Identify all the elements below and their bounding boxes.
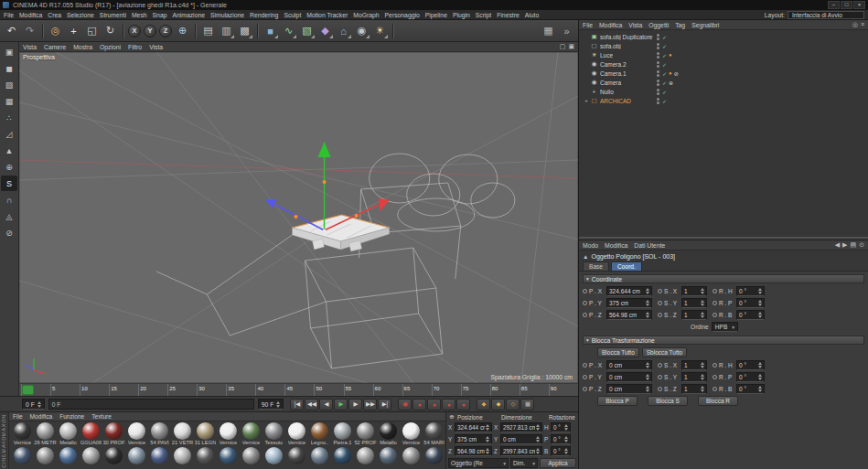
snap-enable-icon[interactable]: ∩: [1, 192, 17, 208]
keyframe-dot[interactable]: [713, 313, 717, 317]
object-manager-tab-vista[interactable]: Vista: [628, 22, 642, 28]
spinner[interactable]: [701, 300, 704, 306]
make-editable-icon[interactable]: ▣: [1, 44, 17, 59]
model-mode-icon[interactable]: ◼: [1, 60, 17, 76]
play-forward-icon[interactable]: ▶: [334, 399, 348, 410]
attribute-field[interactable]: 0 cm: [606, 372, 652, 382]
material-item[interactable]: 21 VETR: [171, 422, 194, 446]
spinner[interactable]: [646, 300, 649, 306]
record-point-level-icon[interactable]: ◆: [491, 399, 505, 410]
keyframe-dot[interactable]: [658, 387, 662, 391]
keyframe-dot[interactable]: [713, 363, 717, 368]
attribute-field[interactable]: 0 °: [736, 286, 765, 296]
viewport-solo-icon[interactable]: S: [1, 176, 17, 191]
spinner[interactable]: [646, 288, 649, 294]
record-position-icon[interactable]: ●: [427, 399, 441, 410]
spinner[interactable]: [646, 362, 649, 368]
spinner[interactable]: [276, 401, 280, 408]
materials-tab-funzione[interactable]: Funzione: [59, 413, 84, 420]
visibility-dots[interactable]: [657, 70, 659, 77]
menu-item-plugin[interactable]: Plugin: [453, 12, 470, 18]
menu-item-pipeline[interactable]: Pipeline: [425, 12, 447, 18]
attribute-field[interactable]: 375 cm: [606, 298, 652, 308]
material-item[interactable]: 31 LEGN: [194, 422, 217, 446]
viewport-menu-item-vista[interactable]: Vista: [23, 44, 37, 50]
spinner[interactable]: [564, 436, 568, 442]
enable-check-icon[interactable]: ✓: [662, 70, 667, 77]
object-row[interactable]: ◉Camera.1✓●⊘: [579, 69, 868, 78]
object-manager-tab-modifica[interactable]: Modifica: [599, 22, 622, 28]
blocca-r-button[interactable]: Blocca R: [698, 396, 738, 406]
enable-check-icon[interactable]: ✓: [662, 52, 667, 59]
enable-check-icon[interactable]: ✓: [662, 89, 667, 95]
keyframe-dot[interactable]: [658, 301, 662, 305]
attribute-field[interactable]: 564.98 cm: [606, 310, 652, 320]
spinner[interactable]: [758, 288, 762, 294]
order-select[interactable]: HPB ▾: [712, 322, 738, 332]
lock-x-axis-icon[interactable]: X: [128, 25, 141, 37]
spinner[interactable]: [701, 362, 704, 368]
material-item[interactable]: Vernice: [400, 422, 423, 446]
enable-check-icon[interactable]: ✓: [662, 98, 667, 104]
enable-check-icon[interactable]: ✓: [662, 61, 667, 68]
keyframe-dot[interactable]: [583, 375, 587, 379]
material-item[interactable]: [171, 447, 194, 464]
previous-key-icon[interactable]: ◀◀: [305, 399, 318, 410]
attribute-field[interactable]: 0 cm: [606, 384, 652, 394]
blocca-tutto-button[interactable]: Blocca Tutto: [597, 347, 639, 357]
object-manager-tab-file[interactable]: File: [583, 22, 593, 28]
rotation-field[interactable]: 0 °: [551, 422, 571, 432]
record-rotation-icon[interactable]: ●: [456, 399, 470, 410]
menu-item-script[interactable]: Script: [476, 12, 491, 18]
visibility-dots[interactable]: [657, 43, 659, 49]
enable-check-icon[interactable]: ✓: [662, 34, 667, 40]
target-tag-icon[interactable]: ⊕: [669, 80, 673, 86]
menu-item-snap[interactable]: Snap: [153, 12, 167, 18]
attribute-field[interactable]: 1: [681, 310, 707, 320]
material-item[interactable]: [57, 447, 80, 464]
render-picture-viewer-icon[interactable]: ▥: [218, 22, 235, 39]
material-item[interactable]: [11, 447, 34, 464]
material-item[interactable]: Legno..: [308, 422, 331, 446]
workplane-lock-icon[interactable]: ▦: [540, 22, 557, 39]
material-item[interactable]: Vernice: [125, 422, 148, 446]
enable-axis-mode-icon[interactable]: ⊕: [1, 159, 17, 175]
object-manager-tab-tag[interactable]: Tag: [675, 22, 685, 28]
object-row[interactable]: +▢ARCHICAD✓: [579, 96, 868, 105]
viewport-menu-item-opzioni[interactable]: Opzioni: [100, 44, 121, 50]
add-spline-icon[interactable]: ∿: [280, 22, 297, 39]
spinner[interactable]: [758, 386, 762, 392]
move-tool-icon[interactable]: +: [65, 22, 82, 39]
materials-tab-file[interactable]: File: [13, 413, 23, 420]
viewport-menu-item-filtro[interactable]: Filtro: [128, 44, 142, 50]
attribute-manager-tab-modo[interactable]: Modo: [583, 242, 598, 249]
spinner[interactable]: [536, 424, 540, 431]
object-row[interactable]: ▢sofa.obj✓: [579, 41, 868, 50]
quantize-icon[interactable]: ◬: [1, 208, 17, 224]
attribute-field[interactable]: 0 °: [736, 372, 765, 382]
viewport-canvas[interactable]: [19, 52, 578, 383]
live-selection-icon[interactable]: ◎: [47, 22, 64, 39]
viewport[interactable]: Prospettiva Spaziatura Griglia : 10000 c…: [19, 52, 578, 383]
material-item[interactable]: Tessuto: [263, 422, 285, 446]
menu-item-sculpt[interactable]: Sculpt: [284, 12, 301, 18]
menu-item-modifica[interactable]: Modifica: [19, 12, 42, 18]
rotate-tool-icon[interactable]: ↻: [102, 22, 119, 39]
material-item[interactable]: Metallo: [377, 422, 400, 446]
attribute-field[interactable]: 0 °: [736, 384, 765, 394]
menu-item-simulazione[interactable]: Simulazione: [210, 12, 244, 18]
coordinate-system-icon[interactable]: ⊕: [174, 22, 191, 39]
add-environment-icon[interactable]: ⌂: [335, 22, 352, 39]
menu-item-animazione[interactable]: Animazione: [172, 12, 205, 18]
attribute-field[interactable]: 1: [681, 372, 707, 382]
material-item[interactable]: [240, 447, 263, 464]
material-item[interactable]: 52 PROF: [354, 422, 377, 446]
attribute-field[interactable]: 1: [681, 384, 707, 394]
menu-item-personaggio[interactable]: Personaggio: [385, 12, 420, 18]
material-item[interactable]: [423, 447, 445, 464]
apply-button[interactable]: Applica: [540, 458, 576, 468]
attribute-field[interactable]: 1: [681, 298, 707, 308]
object-row[interactable]: +Nullo✓: [579, 87, 868, 96]
object-row[interactable]: ◉Camera.2✓: [579, 59, 868, 69]
view-label[interactable]: Prospettiva: [23, 54, 55, 60]
